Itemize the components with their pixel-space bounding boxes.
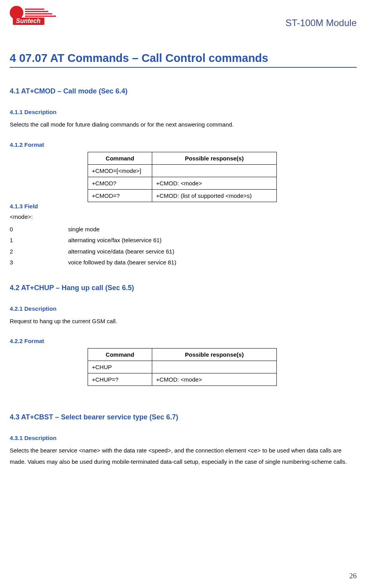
table-header-response: Possible response(s) [152,349,277,361]
table-cell: +CHUP=? [88,373,152,386]
section-heading-4-2: 4.2 AT+CHUP – Hang up call (Sec 6.5) [10,284,357,292]
field-key: 0 [10,224,68,235]
sub-heading-4-2-2: 4.2.2 Format [10,338,357,344]
table-cell: +CMOD? [88,177,152,189]
table-header-response: Possible response(s) [152,152,277,164]
description-text-4-3: Selects the bearer service <name> with t… [10,445,357,467]
field-value: single mode [68,224,100,235]
sub-heading-4-1-3: 4.1.3 Field [10,203,357,209]
sub-heading-4-1-1: 4.1.1 Description [10,109,357,115]
table-cell: +CHUP [88,361,152,373]
field-key: 2 [10,246,68,257]
table-cell: +CMOD: <mode> [152,373,277,386]
table-cell: +CMOD: (list of supported <mode>s) [152,189,277,202]
table-cell [152,361,277,373]
heading-rule [10,67,357,68]
field-row: 2 alternating voice/data (bearer service… [10,246,357,257]
format-table-4-1: Command Possible response(s) +CMOD=[<mod… [88,152,277,202]
table-row: +CHUP=? +CMOD: <mode> [88,373,277,386]
table-row: +CHUP [88,361,277,373]
field-key: 1 [10,235,68,246]
table-row: +CMOD? +CMOD: <mode> [88,177,277,189]
field-value: alternating voice/fax (teleservice 61) [68,235,162,246]
table-header-command: Command [88,349,152,361]
rays-icon [25,9,56,17]
sub-heading-4-2-1: 4.2.1 Description [10,305,357,312]
table-cell: +CMOD=? [88,189,152,202]
table-cell: +CMOD: <mode> [152,177,277,189]
field-row: 3 voice followed by data (bearer service… [10,257,357,268]
field-key: 3 [10,257,68,268]
page-number: 26 [349,572,357,580]
sub-heading-4-1-2: 4.1.2 Format [10,141,357,148]
logo: Suntech [10,6,56,27]
main-heading: 4 07.07 AT Commands – Call Control comma… [10,52,357,65]
table-header-command: Command [88,152,152,164]
table-cell: +CMOD=[<mode>] [88,164,152,177]
field-row: 1 alternating voice/fax (teleservice 61) [10,235,357,246]
description-text-4-2: Request to hang up the current GSM call. [10,316,357,327]
sub-heading-4-3-1: 4.3.1 Description [10,435,357,441]
table-cell [152,164,277,177]
logo-text: Suntech [13,18,44,25]
document-title: ST-100M Module [285,18,357,28]
field-value: alternating voice/data (bearer service 6… [68,246,174,257]
section-heading-4-3: 4.3 AT+CBST – Select bearer service type… [10,413,357,421]
field-value: voice followed by data (bearer service 8… [68,257,176,268]
table-row: +CMOD=? +CMOD: (list of supported <mode>… [88,189,277,202]
page-header: Suntech ST-100M Module [10,6,357,28]
description-text-4-1: Selects the call mode for future dialing… [10,119,357,130]
field-label: <mode>: [10,213,357,220]
table-row: +CMOD=[<mode>] [88,164,277,177]
section-heading-4-1: 4.1 AT+CMOD – Call mode (Sec 6.4) [10,87,357,95]
format-table-4-2: Command Possible response(s) +CHUP +CHUP… [88,348,277,386]
field-row: 0 single mode [10,224,357,235]
